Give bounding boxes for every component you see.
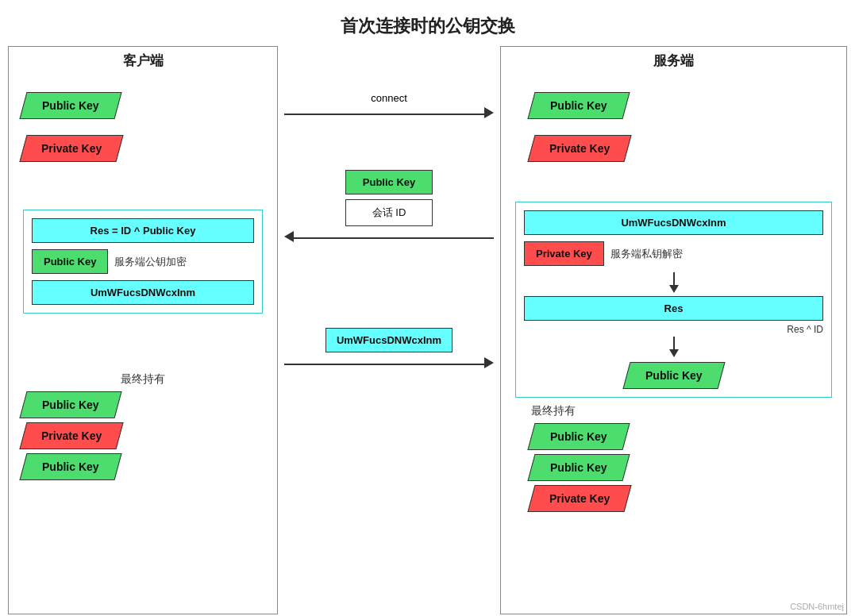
main-title: 首次连接时的公钥交换 xyxy=(0,0,855,46)
client-final-label: 最终持有 xyxy=(23,372,263,387)
server-res-box: Res xyxy=(524,296,823,321)
server-decrypt-label: 服务端私钥解密 xyxy=(610,247,683,261)
server-public-key: Public Key xyxy=(527,92,630,119)
server-arrow-down1 xyxy=(524,272,823,293)
client-encrypt-label: 服务端公钥加密 xyxy=(114,255,187,269)
watermark: CSDN-6hmtej xyxy=(790,602,844,611)
middle-encrypted-data: UmWFucsDNWcxInm xyxy=(325,328,453,352)
client-encrypted-data: UmWFucsDNWcxInm xyxy=(32,280,254,305)
client-column: 客户端 Public Key Private Key Res = ID ^ Pu… xyxy=(8,46,278,614)
data-arrow-right xyxy=(484,357,494,372)
client-final-private-key: Private Key xyxy=(19,422,123,449)
server-arrow-down2 xyxy=(524,337,823,357)
client-process-public-key: Public Key xyxy=(32,249,108,274)
server-private-key: Private Key xyxy=(527,135,631,162)
server-encrypted-data: UmWFucsDNWcxInm xyxy=(524,210,823,235)
middle-column: connect Public Key 会话 ID UmWFucsDNWcxInm xyxy=(278,46,500,614)
res-xor-id-label: Res ^ ID xyxy=(524,324,823,335)
connect-arrow-right xyxy=(484,107,494,121)
server-header: 服务端 xyxy=(501,47,846,76)
server-final-private-key: Private Key xyxy=(527,485,631,512)
server-column: 服务端 Public Key Private Key UmWFucsDNWcxI… xyxy=(500,46,847,614)
client-private-key: Private Key xyxy=(19,135,123,162)
client-header: 客户端 xyxy=(9,47,277,76)
server-process-private-key: Private Key xyxy=(524,241,604,266)
client-res-formula: Res = ID ^ Public Key xyxy=(32,218,254,243)
server-final-label: 最终持有 xyxy=(531,404,832,418)
middle-public-key: Public Key xyxy=(345,170,433,194)
server-derived-public-key: Public Key xyxy=(622,362,725,389)
client-public-key: Public Key xyxy=(19,92,121,119)
server-final-public-key1: Public Key xyxy=(527,423,630,450)
session-id-box: 会话 ID xyxy=(345,199,433,226)
server-final-public-key2: Public Key xyxy=(527,454,630,481)
client-final-public-key1: Public Key xyxy=(19,391,121,418)
response-arrow-left xyxy=(284,231,294,245)
client-final-public-key2: Public Key xyxy=(19,453,121,480)
connect-label: connect xyxy=(371,92,407,104)
